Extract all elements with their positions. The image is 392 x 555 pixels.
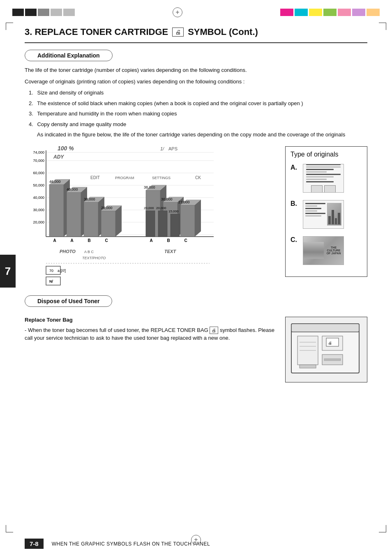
section1-label: Additional Explanation: [25, 50, 113, 61]
svg-text:70: 70: [49, 269, 53, 273]
svg-rect-81: [300, 365, 316, 368]
svg-text:1/: 1/: [160, 146, 164, 151]
svg-text:38,000: 38,000: [144, 185, 155, 189]
replace-bag-body: - When the toner bag becomes full of use…: [25, 326, 277, 342]
corner-trim-br: [379, 525, 386, 532]
svg-text:PROGRAM: PROGRAM: [115, 176, 134, 180]
list-text-3: Temperature and humidity in the room whe…: [37, 111, 177, 117]
svg-rect-48: [180, 205, 195, 237]
svg-text:30,000: 30,000: [161, 197, 173, 201]
svg-text:46,000: 46,000: [49, 180, 61, 184]
list-text-4: Copy density and image quality mode: [37, 121, 126, 127]
corner-trim-tr: [379, 23, 386, 30]
copier-svg: 🖨: [287, 318, 365, 381]
svg-text:N/: N/: [49, 279, 53, 283]
chapter-number: 7: [5, 265, 11, 278]
swatch-cyan: [295, 9, 308, 16]
replace-bag-title: Replace Toner Bag: [25, 317, 277, 323]
swatch-peach: [367, 9, 380, 16]
swatch-pink: [338, 9, 351, 16]
dispose-content: Replace Toner Bag - When the toner bag b…: [25, 317, 367, 382]
svg-text:C: C: [184, 238, 187, 243]
svg-text:20,000: 20,000: [101, 206, 113, 210]
svg-text:PHOTO: PHOTO: [60, 249, 76, 254]
svg-rect-54: [158, 211, 167, 237]
svg-text:20,000: 20,000: [156, 206, 166, 210]
list-item-4: 4. Copy density and image quality mode: [29, 120, 367, 129]
svg-text:40,000: 40,000: [33, 196, 44, 200]
left-registration-marks: [12, 9, 75, 16]
list-num-3: 3.: [29, 111, 33, 117]
svg-text:20,000: 20,000: [33, 220, 44, 224]
svg-text:🖨: 🖨: [328, 341, 332, 345]
section1-text2: Coverage of originals (printing ration o…: [25, 78, 367, 86]
section1-text1: The life of the toner cartridge (number …: [25, 66, 367, 74]
toner-bag-symbol: 🖨: [210, 327, 218, 334]
svg-text:APS: APS: [168, 146, 178, 151]
svg-text:TEXT: TEXT: [164, 249, 176, 254]
svg-text:20,000: 20,000: [144, 206, 154, 210]
list-item-2: 2. The existence of solid black when mak…: [29, 99, 367, 108]
chapter-tab: 7: [0, 255, 16, 288]
svg-text:A      B      C: A B C: [84, 250, 94, 254]
list-num-1: 1.: [29, 90, 33, 96]
corner-trim-bl: [6, 525, 13, 532]
reg-block-3: [38, 9, 49, 16]
svg-text:27,000: 27,000: [178, 200, 190, 204]
svg-text:B: B: [88, 238, 90, 243]
photo-thumb: THE CULTURE OF JAPAN: [303, 237, 344, 265]
svg-text:100 %: 100 %: [58, 146, 74, 152]
svg-rect-52: [146, 211, 155, 237]
list-num-2: 2.: [29, 100, 33, 106]
svg-text:a [///]: a [///]: [58, 269, 66, 273]
reg-block-2: [25, 9, 37, 16]
chart-area: 74,000 70,000 60,000 50,000 40,000 30,00…: [25, 146, 367, 287]
reg-block-4: [51, 9, 62, 16]
color-swatches: [280, 9, 380, 16]
svg-text:50,000: 50,000: [33, 183, 44, 187]
list-item-1: 1. Size and density of originals: [29, 89, 367, 97]
legend-img-a: [303, 164, 344, 193]
svg-text:A: A: [70, 238, 73, 243]
svg-text:70,000: 70,000: [33, 159, 44, 163]
title-suffix: SYMBOL (Cont.): [188, 27, 258, 37]
legend-label-b: B.: [291, 200, 299, 207]
legend-img-c: THE CULTURE OF JAPAN: [303, 236, 344, 265]
dispose-section: Dispose of Used Toner Replace Toner Bag …: [25, 295, 367, 382]
title-text: 3. REPLACE TONER CARTRIDGE: [25, 27, 168, 37]
list-text-2: The existence of solid black when making…: [37, 100, 303, 106]
legend-label-a: A.: [291, 164, 299, 171]
reg-block-5: [63, 9, 75, 16]
svg-rect-17: [49, 184, 64, 237]
svg-rect-82: [324, 359, 341, 361]
swatch-green: [323, 9, 337, 16]
originals-legend: Type of originals A.: [285, 146, 367, 277]
svg-text:A: A: [53, 238, 56, 243]
main-content: 3. REPLACE TONER CARTRIDGE 🖨 SYMBOL (Con…: [0, 23, 392, 391]
svg-text:ADY: ADY: [53, 154, 64, 160]
legend-title: Type of originals: [291, 151, 362, 158]
center-crosshair: [173, 7, 182, 17]
swatch-yellow: [309, 9, 322, 16]
legend-label-c: C.: [291, 236, 299, 244]
additional-explanation-section: Additional Explanation The life of the t…: [25, 50, 367, 139]
svg-text:60,000: 60,000: [33, 171, 44, 175]
list-text-1: Size and density of originals: [37, 90, 104, 96]
svg-text:A: A: [150, 238, 152, 243]
legend-img-b: [303, 200, 344, 229]
svg-text:SETTINGS: SETTINGS: [152, 176, 171, 180]
svg-text:15,000: 15,000: [168, 210, 179, 213]
svg-text:CK: CK: [195, 175, 201, 180]
list-num-4: 4.: [29, 121, 33, 127]
dispose-text: Replace Toner Bag - When the toner bag b…: [25, 317, 277, 382]
page-title: 3. REPLACE TONER CARTRIDGE 🖨 SYMBOL (Con…: [25, 27, 367, 37]
svg-marker-31: [115, 205, 122, 237]
reg-block-1: [12, 9, 24, 16]
svg-text:TEXT/PHOTO: TEXT/PHOTO: [82, 256, 106, 260]
bar-chart-container: 74,000 70,000 60,000 50,000 40,000 30,00…: [25, 146, 277, 287]
svg-rect-74: [46, 277, 60, 285]
bottom-crosshair-symbol: [191, 535, 201, 545]
top-registration-bar: [0, 0, 392, 23]
svg-rect-29: [101, 211, 115, 237]
title-icon: 🖨: [172, 28, 184, 37]
